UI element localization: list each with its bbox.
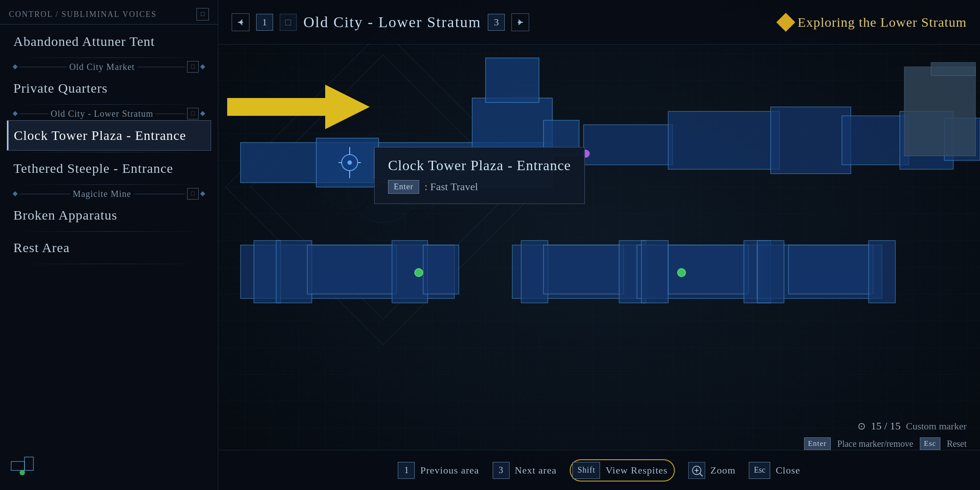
tooltip-action-text: : Fast Travel (425, 181, 478, 193)
svg-rect-42 (757, 241, 784, 303)
divider (13, 57, 204, 58)
area-badge-right[interactable]: 3 (488, 14, 505, 31)
connector-diamond-lower-right (200, 111, 205, 116)
svg-rect-1 (24, 457, 33, 470)
marker-count: ⊙ 15 / 15 Custom marker (858, 420, 967, 432)
header: 1 □ Old City - Lower Stratum 3 Exploring… (218, 0, 980, 45)
list-item[interactable]: Rest Area (7, 233, 211, 262)
svg-point-54 (415, 269, 423, 277)
next-area-button[interactable]: 3 Next area (493, 462, 557, 479)
svg-rect-30 (307, 245, 396, 294)
svg-rect-38 (641, 241, 668, 303)
connector-diamond-right (200, 64, 205, 69)
list-item[interactable]: Broken Apparatus (7, 200, 211, 230)
sidebar-section-lower-stratum: Old City - Lower Stratum □ Clock Tower P… (0, 107, 218, 186)
area-header-lower: Old City - Lower Stratum (51, 109, 154, 119)
connector-line-mine (19, 194, 70, 194)
item-label: Rest Area (13, 240, 69, 255)
esc-key: Esc (749, 462, 770, 479)
btn3-label: Next area (515, 465, 557, 476)
area-header-mine: Magicite Mine (73, 189, 131, 199)
shift-key: Shift (572, 462, 600, 479)
svg-rect-46 (931, 62, 976, 76)
svg-rect-22 (668, 111, 780, 169)
sidebar-top-icon: □ (196, 8, 209, 20)
divider (13, 184, 204, 185)
view-respites-button[interactable]: Shift View Respites (572, 462, 667, 479)
view-respites-label: View Respites (605, 465, 667, 476)
sidebar-bottom-icon (9, 448, 45, 481)
item-label: Tethered Steeple - Entrance (13, 161, 173, 176)
svg-point-2 (20, 470, 25, 475)
item-label: Broken Apparatus (13, 208, 117, 222)
divider (13, 104, 204, 105)
svg-point-12 (361, 200, 405, 245)
svg-rect-35 (543, 245, 624, 294)
svg-rect-45 (904, 67, 976, 156)
sidebar-top-bar: CONTROL / SUBLIMINAL VOICES □ (0, 4, 218, 24)
area-connector: Old City Market □ (7, 60, 211, 74)
place-key: Enter (804, 437, 831, 450)
connector-diamond-mine-left (12, 191, 17, 196)
header-center: 1 □ Old City - Lower Stratum 3 (232, 13, 529, 31)
svg-rect-0 (11, 461, 24, 470)
tooltip-action: Enter : Fast Travel (388, 180, 571, 194)
marker-circle-icon: ⊙ (858, 421, 866, 432)
location-tooltip: Clock Tower Plaza - Entrance Enter : Fas… (374, 147, 585, 204)
header-area-name: Old City - Lower Stratum (303, 14, 481, 31)
nav-arrow-right[interactable] (511, 13, 529, 31)
area-connector-mine: Magicite Mine □ (7, 187, 211, 200)
sidebar-section-tent: Abandoned Attuner Tent (0, 27, 218, 59)
area-header-badge-lower: □ (187, 108, 199, 119)
area-connector-lower: Old City - Lower Stratum □ (7, 107, 211, 120)
btn1-label: Previous area (420, 465, 479, 476)
sidebar: CONTROL / SUBLIMINAL VOICES □ Abandoned … (0, 0, 218, 490)
svg-rect-21 (584, 125, 673, 165)
quest-diamond-icon (776, 12, 795, 31)
area-badge-left[interactable]: 1 (256, 14, 273, 31)
list-item[interactable]: Private Quarters (7, 74, 211, 103)
zoom-icon (688, 462, 705, 479)
divider (13, 264, 204, 264)
svg-point-52 (347, 160, 352, 165)
svg-rect-43 (788, 245, 873, 294)
reset-text: Reset (947, 439, 967, 449)
zoom-button[interactable]: Zoom (688, 462, 736, 479)
svg-rect-20 (486, 58, 539, 102)
nav-arrow-left[interactable] (232, 13, 249, 31)
btn1-key: 1 (398, 462, 415, 479)
sidebar-top-label: CONTROL / SUBLIMINAL VOICES (9, 10, 157, 19)
connector-line (19, 67, 67, 67)
area-header-badge: □ (187, 61, 199, 73)
zoom-label: Zoom (710, 465, 736, 476)
list-item[interactable]: Abandoned Attuner Tent (7, 27, 211, 56)
area-header-market: Old City Market (69, 62, 135, 72)
sidebar-section-market: Old City Market □ Private Quarters (0, 60, 218, 106)
svg-rect-24 (842, 116, 909, 165)
header-quest: Exploring the Lower Stratum (779, 15, 967, 30)
svg-rect-23 (771, 107, 851, 174)
svg-rect-32 (423, 245, 459, 294)
marker-label: Custom marker (906, 421, 967, 432)
tooltip-key-badge: Enter (388, 180, 419, 194)
place-reset-bar: Enter Place marker/remove Esc Reset (804, 437, 967, 450)
view-respites-wrapper: Shift View Respites (570, 459, 674, 482)
quest-text: Exploring the Lower Stratum (798, 15, 967, 30)
item-label: Private Quarters (13, 81, 108, 95)
bottom-bar: 1 Previous area 3 Next area Shift View R… (218, 450, 980, 490)
marker-count-value: 15 / 15 (871, 420, 901, 432)
close-button[interactable]: Esc Close (749, 462, 800, 479)
tooltip-title: Clock Tower Plaza - Entrance (388, 157, 571, 174)
map-area: Clock Tower Plaza - Entrance Enter : Fas… (218, 0, 980, 490)
list-item[interactable]: Tethered Steeple - Entrance (7, 154, 211, 183)
item-label-selected: Clock Tower Plaza - Entrance (14, 128, 186, 143)
place-text: Place marker/remove (837, 439, 913, 449)
svg-point-55 (678, 269, 686, 277)
list-item-selected[interactable]: Clock Tower Plaza - Entrance (7, 120, 211, 151)
previous-area-button[interactable]: 1 Previous area (398, 462, 479, 479)
connector-line-lower-right (155, 114, 185, 114)
connector-line-mine-right (134, 194, 185, 194)
item-label: Abandoned Attuner Tent (13, 34, 155, 49)
connector-line-lower (19, 114, 49, 114)
sidebar-section-mine: Magicite Mine □ Broken Apparatus Rest Ar… (0, 187, 218, 265)
